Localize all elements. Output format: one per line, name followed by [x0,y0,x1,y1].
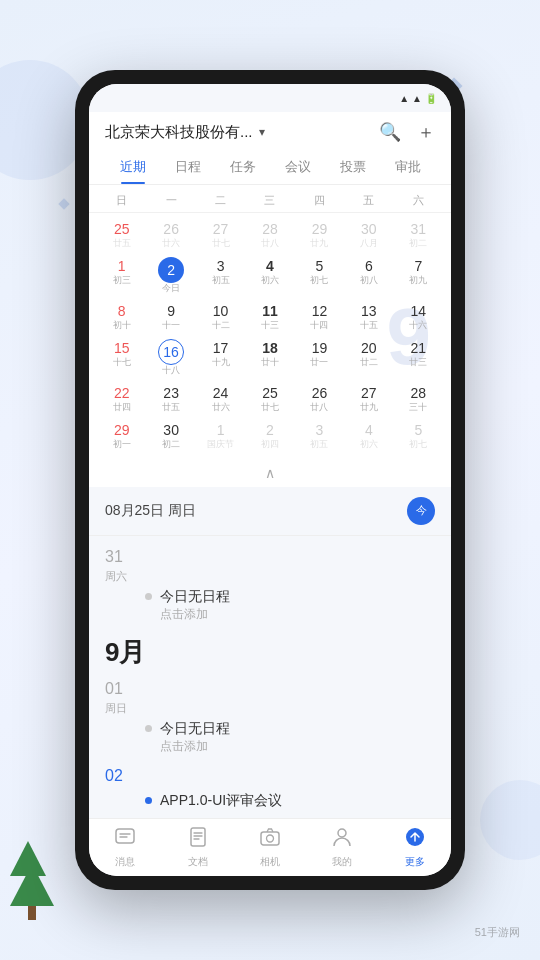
event-content: APP1.0-UI评审会议 [160,792,282,810]
tab-日程[interactable]: 日程 [160,152,215,184]
site-watermark: 51手游网 [475,925,520,940]
cal-cell-0-4[interactable]: 29廿九 [295,217,344,252]
tab-投票[interactable]: 投票 [325,152,380,184]
cal-cell-1-3[interactable]: 4初六 [245,254,294,297]
cal-cell-4-0[interactable]: 22廿四 [97,381,146,416]
nav-label-相机: 相机 [260,855,280,869]
nav-item-更多[interactable]: 更多 [379,820,451,875]
tab-任务[interactable]: 任务 [215,152,270,184]
battery-icon: 🔋 [425,93,437,104]
nav-icon-相机 [259,826,281,853]
cal-cell-5-3[interactable]: 2初四 [245,418,294,453]
cal-cell-5-1[interactable]: 30初二 [146,418,195,453]
nav-item-消息[interactable]: 消息 [89,820,161,875]
status-bar: ▲ ▲ 🔋 [89,84,451,112]
cal-cell-3-0[interactable]: 15十七 [97,336,146,379]
cal-cell-0-3[interactable]: 28廿八 [245,217,294,252]
cal-cell-3-3[interactable]: 18廿十 [245,336,294,379]
day-group-0: 31周六今日无日程点击添加 [105,548,435,623]
event-subtitle: 点击添加 [160,738,230,755]
cal-cell-4-5[interactable]: 27廿九 [344,381,393,416]
cal-cell-5-6[interactable]: 5初七 [394,418,443,453]
cal-cell-5-4[interactable]: 3初五 [295,418,344,453]
cal-cell-3-5[interactable]: 20廿二 [344,336,393,379]
nav-label-更多: 更多 [405,855,425,869]
header-actions: 🔍 ＋ [379,120,435,144]
phone-frame: ▲ ▲ 🔋 北京荣大科技股份有... ▾ 🔍 ＋ 近期日程任务会议投票审批 [75,70,465,890]
cal-cell-0-2[interactable]: 27廿七 [196,217,245,252]
cal-cell-5-2[interactable]: 1国庆节 [196,418,245,453]
cal-cell-5-5[interactable]: 4初六 [344,418,393,453]
cal-cell-2-4[interactable]: 12十四 [295,299,344,334]
today-button[interactable]: 今 [407,497,435,525]
add-icon[interactable]: ＋ [417,120,435,144]
event-item-0-0[interactable]: 今日无日程点击添加 [145,588,435,623]
weekday-四: 四 [295,191,344,210]
cal-cell-1-0[interactable]: 1初三 [97,254,146,297]
cal-cell-1-2[interactable]: 3初五 [196,254,245,297]
cal-cell-0-6[interactable]: 31初二 [394,217,443,252]
cal-cell-2-0[interactable]: 8初十 [97,299,146,334]
nav-item-文档[interactable]: 文档 [161,820,233,875]
event-list: 31周六今日无日程点击添加9月01周日今日无日程点击添加02APP1.0-UI评… [89,536,451,818]
nav-item-我的[interactable]: 我的 [306,820,378,875]
bottom-nav: 消息文档相机我的更多 [89,818,451,876]
cal-cell-1-4[interactable]: 5初七 [295,254,344,297]
weekday-六: 六 [394,191,443,210]
cal-cell-4-1[interactable]: 23廿五 [146,381,195,416]
calendar-section: 日一二三四五六 9 25廿五26廿六27廿七28廿八29廿九30八月31初二1初… [89,185,451,461]
cal-cell-1-1[interactable]: 2今日 [146,254,195,297]
event-dot [145,593,152,600]
chevron-down-icon[interactable]: ▾ [259,125,265,139]
nav-label-消息: 消息 [115,855,135,869]
nav-icon-文档 [187,826,209,853]
cal-cell-1-6[interactable]: 7初九 [394,254,443,297]
cal-cell-4-4[interactable]: 26廿八 [295,381,344,416]
cal-cell-2-1[interactable]: 9十一 [146,299,195,334]
cal-cell-2-5[interactable]: 13十五 [344,299,393,334]
cal-cell-4-2[interactable]: 24廿六 [196,381,245,416]
header-title-row[interactable]: 北京荣大科技股份有... ▾ [105,123,265,142]
cal-row-4: 22廿四23廿五24廿六25廿七26廿八27廿九28三十 [97,381,443,416]
event-title: APP1.0-UI评审会议 [160,792,282,810]
weekday-一: 一 [146,191,195,210]
app-header: 北京荣大科技股份有... ▾ 🔍 ＋ 近期日程任务会议投票审批 [89,112,451,185]
event-content: 今日无日程点击添加 [160,720,230,755]
cal-cell-3-4[interactable]: 19廿一 [295,336,344,379]
bg-diamond-2 [58,198,69,209]
cal-cell-0-0[interactable]: 25廿五 [97,217,146,252]
event-item-2-0[interactable]: APP1.0-UI评审会议 [145,792,435,810]
cal-cell-2-3[interactable]: 11十三 [245,299,294,334]
event-item-1-0[interactable]: 今日无日程点击添加 [145,720,435,755]
cal-cell-5-0[interactable]: 29初一 [97,418,146,453]
tab-会议[interactable]: 会议 [270,152,325,184]
cal-cell-4-6[interactable]: 28三十 [394,381,443,416]
cal-cell-3-6[interactable]: 21廿三 [394,336,443,379]
day-group-2: 02APP1.0-UI评审会议 [105,767,435,810]
svg-rect-0 [116,829,134,843]
weekday-日: 日 [97,191,146,210]
day-header-1: 01周日 [105,680,435,716]
calendar-collapse-button[interactable]: ∧ [89,461,451,487]
event-dot [145,725,152,732]
cal-cell-2-6[interactable]: 14十六 [394,299,443,334]
cal-cell-2-2[interactable]: 10十二 [196,299,245,334]
cal-cell-0-1[interactable]: 26廿六 [146,217,195,252]
nav-item-相机[interactable]: 相机 [234,820,306,875]
cal-cell-4-3[interactable]: 25廿七 [245,381,294,416]
tab-近期[interactable]: 近期 [105,152,160,184]
search-icon[interactable]: 🔍 [379,121,401,143]
tab-审批[interactable]: 审批 [380,152,435,184]
event-dot [145,797,152,804]
nav-icon-更多 [404,826,426,853]
cal-cell-1-5[interactable]: 6初八 [344,254,393,297]
selected-date-bar: 08月25日 周日 今 [89,487,451,536]
cal-cell-0-5[interactable]: 30八月 [344,217,393,252]
day-num-1: 01周日 [105,680,133,716]
cal-cell-3-2[interactable]: 17十九 [196,336,245,379]
phone-screen: ▲ ▲ 🔋 北京荣大科技股份有... ▾ 🔍 ＋ 近期日程任务会议投票审批 [89,84,451,876]
svg-rect-1 [191,828,205,846]
company-title: 北京荣大科技股份有... [105,123,253,142]
cal-cell-3-1[interactable]: 16十八 [146,336,195,379]
event-title: 今日无日程 [160,720,230,738]
